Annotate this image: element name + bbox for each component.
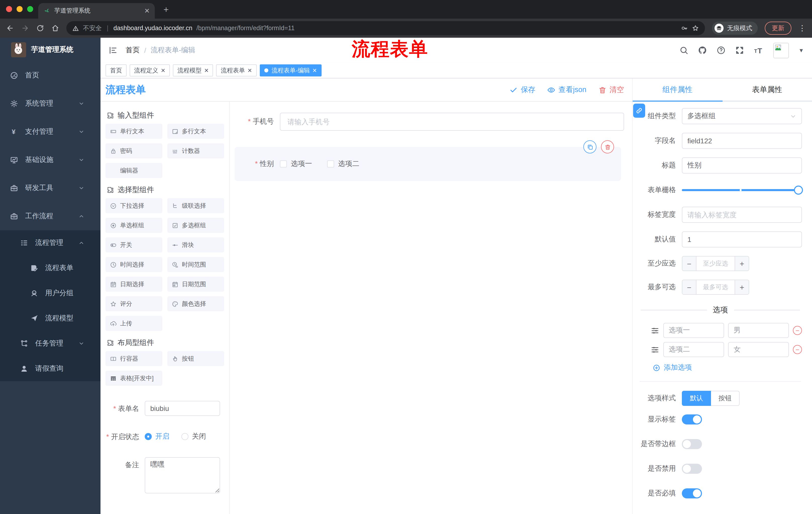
palette-item-编辑器[interactable]: 编辑器 (106, 163, 162, 178)
stepper-value[interactable]: 最多可选 (696, 280, 735, 294)
gender-checkbox-选项二[interactable]: 选项二 (327, 159, 359, 168)
sidebar-item-支付管理[interactable]: ¥支付管理 (0, 118, 100, 146)
toggle-显示标签[interactable] (682, 414, 702, 425)
window-zoom-button[interactable] (27, 6, 33, 12)
avatar-caret-icon[interactable]: ▼ (799, 47, 804, 53)
status-radio-关闭[interactable]: 关闭 (181, 432, 206, 441)
sidebar-item-请假查询[interactable]: 请假查询 (0, 356, 100, 381)
home-icon[interactable] (51, 24, 59, 32)
tag-close-icon[interactable]: ✕ (312, 67, 317, 74)
forward-icon[interactable] (21, 24, 29, 32)
sidebar-item-流程管理[interactable]: 流程管理 (0, 231, 100, 255)
sidebar-item-基础设施[interactable]: 基础设施 (0, 146, 100, 174)
tag-流程定义[interactable]: 流程定义✕ (129, 64, 170, 77)
github-icon[interactable] (698, 46, 707, 55)
phone-input[interactable] (280, 113, 624, 131)
tab-close-icon[interactable]: ✕ (144, 7, 150, 15)
password-key-icon[interactable] (681, 25, 688, 32)
default-value-input[interactable] (682, 231, 802, 247)
font-size-icon[interactable]: TT (754, 45, 764, 55)
palette-item-评分[interactable]: 评分 (106, 296, 162, 311)
help-icon[interactable] (717, 46, 726, 55)
palette-item-多行文本[interactable]: 多行文本 (167, 124, 224, 139)
sidebar-item-首页[interactable]: 首页 (0, 61, 100, 89)
option-value-input[interactable] (728, 342, 789, 357)
browser-tab[interactable]: 芋道管理系统 ✕ (38, 3, 155, 19)
security-warning-icon[interactable] (72, 25, 79, 31)
palette-item-上传[interactable]: 上传 (106, 316, 162, 331)
sidebar-item-流程模型[interactable]: 流程模型 (0, 306, 100, 331)
slider-handle[interactable] (794, 186, 803, 195)
window-minimize-button[interactable] (17, 6, 23, 12)
address-bar[interactable]: 不安全 | dashboard.yudao.iocoder.cn/bpm/man… (66, 21, 705, 35)
form-canvas[interactable]: 手机号 性别 选项一选项二 (230, 102, 632, 514)
palette-item-单选框组[interactable]: 单选框组 (106, 218, 162, 233)
palette-item-计数器[interactable]: 123计数器 (167, 143, 224, 158)
remark-textarea[interactable]: 嘿嘿 (145, 457, 220, 493)
option-value-input[interactable] (728, 323, 789, 338)
palette-item-多选框组[interactable]: 多选框组 (167, 218, 224, 233)
widget-delete-button[interactable] (601, 140, 614, 154)
palette-item-级联选择[interactable]: 级联选择 (167, 198, 224, 213)
component-type-select[interactable]: 多选框组 (682, 108, 802, 124)
clear-button[interactable]: 清空 (599, 85, 624, 94)
link-tab[interactable] (633, 104, 645, 118)
palette-item-单行文本[interactable]: 单行文本 (106, 124, 162, 139)
search-icon[interactable] (679, 46, 688, 55)
breadcrumb-home[interactable]: 首页 (126, 46, 140, 55)
widget-copy-button[interactable] (583, 140, 597, 154)
checkbox-square[interactable] (327, 160, 334, 167)
phone-field-row[interactable]: 手机号 (235, 113, 624, 131)
option-label-input[interactable] (663, 323, 724, 338)
tag-流程表单[interactable]: 流程表单✕ (216, 64, 257, 77)
stepper-increase-button[interactable]: ＋ (735, 256, 749, 271)
save-button[interactable]: 保存 (510, 85, 535, 94)
sidebar-item-系统管理[interactable]: 系统管理 (0, 89, 100, 118)
sidebar-item-任务管理[interactable]: 任务管理 (0, 331, 100, 356)
avatar[interactable] (773, 43, 789, 58)
palette-item-日期选择[interactable]: 日期选择 (106, 277, 162, 292)
tag-close-icon[interactable]: ✕ (161, 67, 165, 74)
palette-item-开关[interactable]: 开关 (106, 237, 162, 252)
palette-item-滑块[interactable]: 滑块 (167, 237, 224, 252)
tag-close-icon[interactable]: ✕ (204, 67, 208, 74)
palette-item-下拉选择[interactable]: 下拉选择 (106, 198, 162, 213)
sidebar-item-用户分组[interactable]: 用户分组 (0, 281, 100, 306)
form-grid-slider[interactable] (682, 182, 802, 198)
security-label[interactable]: 不安全 (83, 24, 102, 32)
sidebar-fold-icon[interactable] (109, 46, 118, 55)
selected-widget-gender[interactable]: 性别 选项一选项二 (235, 147, 621, 181)
label-width-input[interactable] (682, 207, 802, 223)
drag-handle-icon[interactable] (651, 326, 659, 335)
view-json-button[interactable]: 查看json (547, 85, 586, 94)
option-remove-button[interactable]: − (793, 326, 802, 335)
gender-checkbox-选项一[interactable]: 选项一 (280, 159, 312, 168)
tag-流程表单-编辑[interactable]: 流程表单-编辑✕ (260, 64, 321, 77)
toggle-是否禁用[interactable] (682, 464, 702, 474)
palette-item-颜色选择[interactable]: 颜色选择 (167, 296, 224, 311)
option-style-默认[interactable]: 默认 (682, 391, 711, 406)
bookmark-star-icon[interactable] (692, 25, 699, 32)
toggle-是否带边框[interactable] (682, 439, 702, 449)
palette-item-表格[开发中][interactable]: 表格[开发中] (106, 371, 162, 386)
tag-close-icon[interactable]: ✕ (248, 67, 252, 74)
stepper-increase-button[interactable]: ＋ (735, 280, 749, 294)
field-name-input[interactable] (682, 133, 802, 149)
tag-首页[interactable]: 首页 (106, 64, 127, 77)
stepper-value[interactable]: 至少应选 (696, 256, 735, 271)
form-name-input[interactable] (145, 401, 220, 416)
sidebar-logo[interactable]: 芋道管理系统 (0, 38, 100, 61)
sidebar-item-流程表单[interactable]: 流程表单 (0, 255, 100, 281)
palette-item-密码[interactable]: 密码 (106, 143, 162, 158)
palette-item-日期范围[interactable]: 日期范围 (167, 277, 224, 292)
stepper-decrease-button[interactable]: − (683, 256, 696, 271)
stepper-decrease-button[interactable]: − (683, 280, 696, 294)
reload-icon[interactable] (36, 24, 44, 32)
tab-组件属性[interactable]: 组件属性 (633, 78, 722, 102)
option-label-input[interactable] (663, 342, 724, 357)
palette-item-时间选择[interactable]: 时间选择 (106, 257, 162, 272)
chrome-update-button[interactable]: 更新 (765, 22, 791, 35)
browser-menu-icon[interactable]: ⋮ (799, 24, 806, 33)
add-option-button[interactable]: 添加选项 (639, 363, 802, 372)
status-radio-开启[interactable]: 开启 (145, 432, 169, 441)
